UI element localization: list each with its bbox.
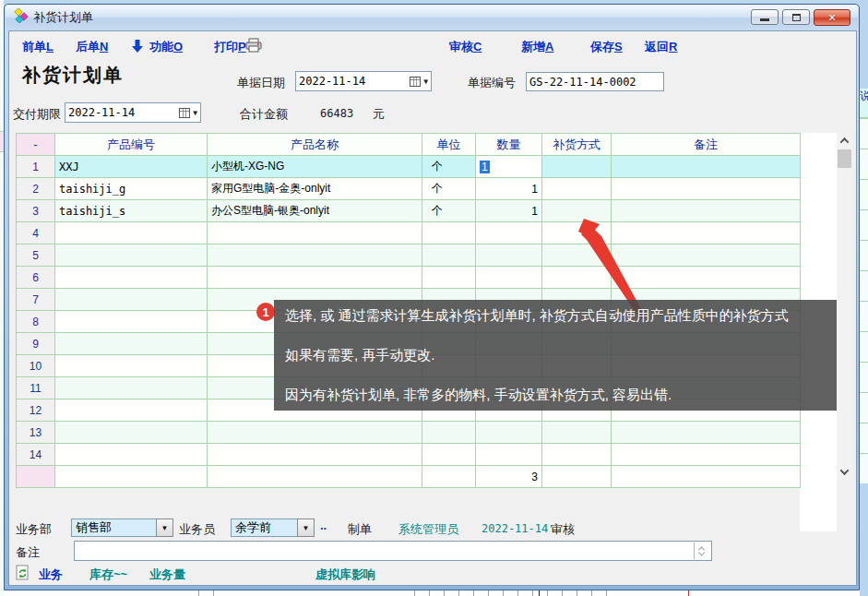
more-dots-button[interactable]: .. <box>320 519 327 532</box>
chevron-down-icon[interactable]: ▼ <box>193 109 197 117</box>
doc-no-input[interactable]: GS-22-11-14-0002 <box>526 72 664 91</box>
cell-no[interactable]: 11 <box>17 377 55 399</box>
scroll-down-button[interactable] <box>837 464 852 479</box>
calendar-icon[interactable] <box>410 77 421 87</box>
cell-unit[interactable] <box>422 422 476 444</box>
cell-no[interactable]: 3 <box>17 200 55 222</box>
tab-inventory[interactable]: 库存~~ <box>89 566 127 583</box>
close-button[interactable]: ✕ <box>814 9 850 26</box>
cell-method[interactable] <box>542 422 612 444</box>
cell-name[interactable] <box>208 222 422 244</box>
cell-no[interactable]: 1 <box>17 156 55 178</box>
delivery-date-input[interactable]: 2022-11-14 ▼ <box>65 102 201 123</box>
cell-qty[interactable] <box>476 267 542 289</box>
toolbar-audit-button[interactable]: 审核C <box>449 39 482 55</box>
titlebar[interactable]: 补货计划单 ✕ <box>6 5 858 30</box>
cell-method[interactable] <box>542 178 612 200</box>
scrollbar-thumb[interactable] <box>838 149 851 168</box>
chevron-down-icon[interactable]: ▼ <box>423 77 428 86</box>
toolbar-function-button[interactable]: 功能O <box>149 39 183 55</box>
cell-qty[interactable]: 1 <box>476 156 542 178</box>
cell-code[interactable]: taishiji_s <box>55 200 208 222</box>
qty-edit-selection[interactable]: 1 <box>480 161 490 173</box>
column-header[interactable]: - <box>17 134 55 156</box>
cell-code[interactable] <box>55 466 208 488</box>
tab-business[interactable]: 业务 <box>39 566 63 583</box>
cell-code[interactable] <box>55 267 208 289</box>
cell-qty[interactable] <box>476 222 542 244</box>
column-header[interactable]: 数量 <box>476 134 542 156</box>
cell-code[interactable] <box>55 444 208 466</box>
cell-unit[interactable]: 个 <box>422 200 476 222</box>
cell-name[interactable]: 家用G型电脑-金奥-onlyit <box>208 178 422 200</box>
cell-remark[interactable] <box>612 156 801 178</box>
cell-no[interactable] <box>17 466 55 488</box>
cell-code[interactable] <box>55 222 208 244</box>
doc-date-input[interactable]: 2022-11-14 ▼ <box>295 71 432 91</box>
cell-code[interactable] <box>55 311 208 333</box>
cell-no[interactable]: 9 <box>17 333 55 355</box>
cell-unit[interactable]: 个 <box>422 156 476 178</box>
cell-method[interactable] <box>542 444 612 466</box>
cell-qty[interactable]: 1 <box>476 178 542 200</box>
cell-unit[interactable]: 个 <box>422 178 476 200</box>
column-header[interactable]: 补货方式 <box>542 134 612 156</box>
chevron-down-icon[interactable]: ▼ <box>156 519 173 537</box>
cell-code[interactable] <box>55 289 208 311</box>
cell-no[interactable]: 14 <box>17 444 55 466</box>
cell-name[interactable] <box>208 422 422 444</box>
cell-remark[interactable] <box>612 422 801 444</box>
column-header[interactable]: 备注 <box>612 134 801 156</box>
cell-method[interactable] <box>542 156 612 178</box>
cell-name[interactable]: 办公S型电脑-银奥-onlyit <box>208 200 422 222</box>
column-header[interactable]: 单位 <box>422 134 476 156</box>
column-header[interactable]: 产品名称 <box>208 134 422 156</box>
cell-code[interactable]: taishiji_g <box>55 178 208 200</box>
cell-code[interactable] <box>55 377 208 399</box>
cell-no[interactable]: 8 <box>17 311 55 333</box>
toolbar-prev-button[interactable]: 前单L <box>22 39 54 55</box>
cell-no[interactable]: 2 <box>17 178 55 200</box>
spinner-control[interactable] <box>694 542 708 559</box>
cell-no[interactable]: 4 <box>17 222 55 244</box>
cell-no[interactable]: 6 <box>17 267 55 289</box>
cell-code[interactable] <box>55 399 208 422</box>
remark-input[interactable] <box>74 541 712 561</box>
cell-no[interactable]: 10 <box>17 355 55 377</box>
dept-combobox[interactable]: 销售部 ▼ <box>71 519 173 537</box>
cell-unit[interactable] <box>422 466 476 488</box>
cell-code[interactable] <box>55 355 208 377</box>
cell-unit[interactable] <box>422 267 476 289</box>
cell-method[interactable] <box>542 466 612 488</box>
cell-name[interactable] <box>208 466 422 488</box>
cell-no[interactable]: 5 <box>17 244 55 267</box>
cell-qty[interactable] <box>476 422 542 444</box>
cell-qty[interactable] <box>476 244 542 267</box>
cell-name[interactable]: 小型机-XG-NG <box>208 156 422 178</box>
tab-virtual-stock-impact[interactable]: 虚拟库影响 <box>315 566 375 583</box>
vertical-scrollbar[interactable] <box>837 133 852 479</box>
toolbar-print-button[interactable]: 打印P <box>214 39 246 55</box>
cell-remark[interactable] <box>612 466 801 488</box>
toolbar-save-button[interactable]: 保存S <box>590 39 623 55</box>
cell-unit[interactable] <box>422 244 476 267</box>
cell-name[interactable] <box>208 444 422 466</box>
cell-code[interactable]: XXJ <box>55 156 208 178</box>
calendar-icon[interactable] <box>179 108 190 118</box>
cell-no[interactable]: 7 <box>17 289 55 311</box>
toolbar-next-button[interactable]: 后单N <box>76 39 108 55</box>
cell-code[interactable] <box>55 244 208 267</box>
cell-unit[interactable] <box>422 444 476 466</box>
chevron-down-icon[interactable]: ▼ <box>297 519 315 537</box>
cell-no[interactable]: 13 <box>17 422 55 444</box>
cell-qty[interactable]: 1 <box>476 200 542 222</box>
tab-business-volume[interactable]: 业务量 <box>149 566 185 583</box>
cell-qty[interactable] <box>476 444 542 466</box>
cell-unit[interactable] <box>422 222 476 244</box>
clerk-combobox[interactable]: 余学前 ▼ <box>231 519 315 537</box>
cell-no[interactable]: 12 <box>17 399 55 422</box>
cell-code[interactable] <box>55 422 208 444</box>
minimize-button[interactable] <box>751 9 779 25</box>
scroll-up-button[interactable] <box>837 133 852 148</box>
cell-remark[interactable] <box>612 444 801 466</box>
